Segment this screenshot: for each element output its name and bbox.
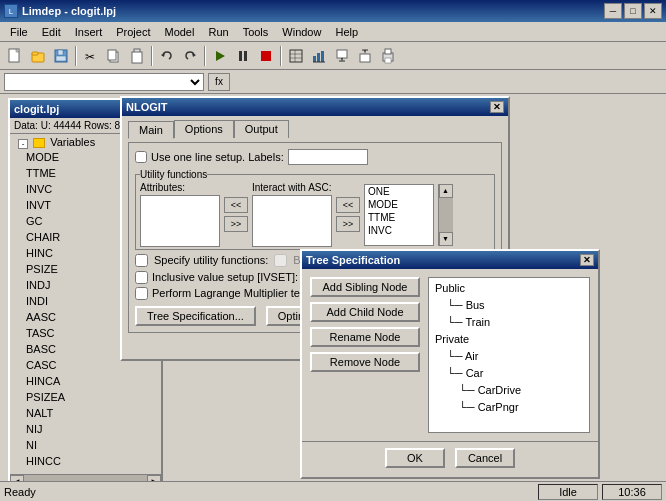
tree-item-nij[interactable]: NIJ — [14, 421, 157, 437]
tree-item-nalt[interactable]: NALT — [14, 405, 157, 421]
inclusive-value-label: Inclusive value setup [IVSET]: — [152, 271, 298, 284]
tree-node-car[interactable]: └─ Car — [431, 365, 587, 382]
menu-edit[interactable]: Edit — [36, 24, 67, 40]
menu-tools[interactable]: Tools — [237, 24, 275, 40]
tree-spec-close-btn[interactable]: ✕ — [580, 254, 594, 266]
add-child-btn[interactable]: Add Child Node — [310, 302, 420, 322]
tree-spec-title-text: Tree Specification — [306, 254, 400, 266]
minimize-button[interactable]: ─ — [604, 3, 622, 19]
svg-rect-22 — [313, 56, 316, 62]
cut-button[interactable]: ✂ — [80, 45, 102, 67]
menu-run[interactable]: Run — [202, 24, 234, 40]
svg-rect-3 — [32, 52, 38, 55]
tree-spec-btn[interactable]: Tree Specification... — [135, 306, 256, 326]
labels-input[interactable] — [288, 149, 368, 165]
cell-reference-dropdown[interactable] — [4, 73, 204, 91]
paste-button[interactable] — [126, 45, 148, 67]
specify-utility-checkbox[interactable] — [135, 254, 148, 267]
use-one-line-label: Use one line setup. Labels: — [151, 151, 284, 163]
toolbar: ✂ — [0, 42, 666, 70]
menu-file[interactable]: File — [4, 24, 34, 40]
open-button[interactable] — [27, 45, 49, 67]
svg-rect-23 — [317, 53, 320, 62]
toolbar-sep-2 — [151, 46, 153, 66]
svg-marker-14 — [216, 51, 225, 61]
tree-node-cardrive[interactable]: └─ CarDrive — [431, 382, 587, 399]
scroll-down-btn[interactable]: ▼ — [439, 232, 453, 246]
tab-main[interactable]: Main — [128, 121, 174, 139]
run-button[interactable] — [209, 45, 231, 67]
menu-bar: File Edit Insert Project Model Run Tools… — [0, 22, 666, 42]
use-one-line-checkbox[interactable] — [135, 151, 147, 163]
svg-rect-15 — [239, 51, 242, 61]
arrow-right-2[interactable]: >> — [336, 216, 360, 232]
redo-button[interactable] — [179, 45, 201, 67]
print-button[interactable] — [377, 45, 399, 67]
attributes-section: Attributes: — [140, 182, 220, 247]
scroll-track — [439, 198, 453, 232]
menu-model[interactable]: Model — [158, 24, 200, 40]
listbox-item-ttme[interactable]: TTME — [365, 211, 433, 224]
arrow-left-1[interactable]: << — [224, 197, 248, 213]
tree-node-public[interactable]: Public — [431, 280, 587, 297]
copy-button[interactable] — [103, 45, 125, 67]
listbox-item-one[interactable]: ONE — [365, 185, 433, 198]
ok-btn[interactable]: OK — [385, 448, 445, 468]
fx-button[interactable]: fx — [208, 73, 230, 91]
new-button[interactable] — [4, 45, 26, 67]
import-button[interactable] — [354, 45, 376, 67]
tree-spec-tree-panel[interactable]: Public └─ Bus └─ Train Private └─ Air └─… — [428, 277, 590, 433]
remove-btn[interactable]: Remove Node — [310, 352, 420, 372]
chart-button[interactable] — [308, 45, 330, 67]
tree-spec-buttons: Add Sibling Node Add Child Node Rename N… — [310, 277, 420, 433]
asc-items-listbox[interactable]: ONE MODE TTME INVC — [364, 184, 434, 246]
tree-item-psizea[interactable]: PSIZEA — [14, 389, 157, 405]
tab-output[interactable]: Output — [234, 120, 289, 138]
arrow-right-1[interactable]: << — [336, 197, 360, 213]
tree-item-hincc[interactable]: HINCC — [14, 453, 157, 469]
attributes-listbox[interactable] — [140, 195, 220, 247]
export-button[interactable] — [331, 45, 353, 67]
tree-expander-root[interactable]: - — [18, 139, 28, 149]
box-cox-checkbox[interactable] — [274, 254, 287, 267]
utility-functions-legend: Utility functions — [140, 169, 207, 180]
save-button[interactable] — [50, 45, 72, 67]
tab-options[interactable]: Options — [174, 120, 234, 138]
nlogit-close-btn[interactable]: ✕ — [490, 101, 504, 113]
svg-rect-34 — [385, 58, 391, 63]
close-button[interactable]: ✕ — [644, 3, 662, 19]
rename-btn[interactable]: Rename Node — [310, 327, 420, 347]
pause-button[interactable] — [232, 45, 254, 67]
stop-button[interactable] — [255, 45, 277, 67]
status-bar: Ready Idle 10:36 — [0, 481, 666, 501]
tree-node-carpngr[interactable]: └─ CarPngr — [431, 399, 587, 416]
menu-insert[interactable]: Insert — [69, 24, 109, 40]
tree-item-ni[interactable]: NI — [14, 437, 157, 453]
tree-node-air[interactable]: └─ Air — [431, 348, 587, 365]
maximize-button[interactable]: □ — [624, 3, 642, 19]
app-icon: L — [4, 4, 18, 18]
interact-section: Interact with ASC: — [252, 182, 332, 247]
tree-node-private[interactable]: Private — [431, 331, 587, 348]
menu-project[interactable]: Project — [110, 24, 156, 40]
workspace: clogit.lpj ─ ✕ Data: U: 44444 Rows: 840 … — [0, 94, 666, 481]
tree-node-bus[interactable]: └─ Bus — [431, 297, 587, 314]
lagrange-checkbox[interactable] — [135, 287, 148, 300]
listbox-item-invc[interactable]: INVC — [365, 224, 433, 237]
undo-button[interactable] — [156, 45, 178, 67]
scroll-up-btn[interactable]: ▲ — [439, 184, 453, 198]
add-sibling-btn[interactable]: Add Sibling Node — [310, 277, 420, 297]
cancel-btn[interactable]: Cancel — [455, 448, 515, 468]
tree-node-train[interactable]: └─ Train — [431, 314, 587, 331]
svg-rect-18 — [290, 50, 302, 62]
status-right: Idle 10:36 — [538, 484, 662, 500]
arrow-left-2[interactable]: >> — [224, 216, 248, 232]
menu-help[interactable]: Help — [329, 24, 364, 40]
svg-text:✂: ✂ — [85, 50, 95, 64]
interact-listbox[interactable] — [252, 195, 332, 247]
inclusive-value-checkbox[interactable] — [135, 271, 148, 284]
table-button[interactable] — [285, 45, 307, 67]
tree-item-hinca[interactable]: HINCA — [14, 373, 157, 389]
menu-window[interactable]: Window — [276, 24, 327, 40]
listbox-item-mode[interactable]: MODE — [365, 198, 433, 211]
